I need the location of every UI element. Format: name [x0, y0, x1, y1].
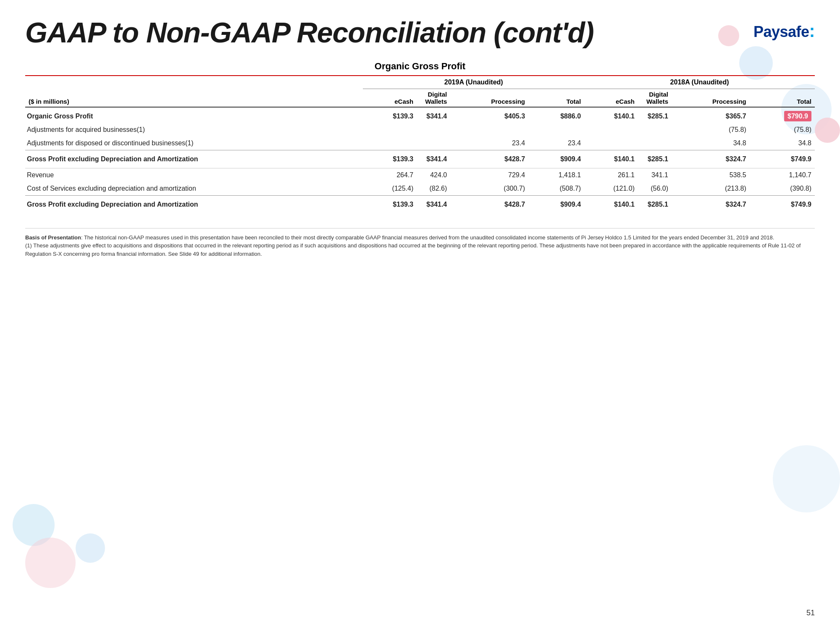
row-value: 341.1 [638, 168, 672, 182]
row-label: Adjustments for disposed or discontinued… [25, 136, 363, 150]
basis-label: Basis of Presentation [25, 234, 81, 241]
basis-text: : The historical non-GAAP measures used … [81, 234, 774, 241]
currency-header: ($ in millions) [25, 89, 363, 107]
row-value [638, 136, 672, 150]
row-value [417, 136, 450, 150]
table-section: Organic Gross Profit 2019A (Unaudited) 2… [25, 61, 815, 211]
row-value: $790.9 [750, 107, 815, 123]
row-value: $749.9 [750, 195, 815, 211]
row-value: $749.9 [750, 150, 815, 168]
row-value: $285.1 [638, 107, 672, 123]
table-row: Gross Profit excluding Depreciation and … [25, 195, 815, 211]
row-value: 424.0 [417, 168, 450, 182]
row-value: $139.3 [363, 195, 417, 211]
row-value: 34.8 [750, 136, 815, 150]
row-value: 261.1 [584, 168, 638, 182]
row-value: $324.7 [672, 150, 750, 168]
row-label: Gross Profit excluding Depreciation and … [25, 195, 363, 211]
row-value [417, 123, 450, 136]
row-value [528, 123, 584, 136]
row-label: Adjustments for acquired businesses(1) [25, 123, 363, 136]
row-value: $428.7 [450, 150, 528, 168]
row-value: $405.3 [450, 107, 528, 123]
row-value [363, 136, 417, 150]
col-digital-2018: DigitalWallets [638, 89, 672, 107]
row-value [450, 123, 528, 136]
row-value: (125.4) [363, 182, 417, 196]
row-value: $341.4 [417, 150, 450, 168]
row-value: $140.1 [584, 107, 638, 123]
row-value: (121.0) [584, 182, 638, 196]
row-value: $140.1 [584, 150, 638, 168]
col-total-2018: Total [750, 89, 815, 107]
row-value: (390.8) [750, 182, 815, 196]
row-label: Gross Profit excluding Depreciation and … [25, 150, 363, 168]
col-ecash-2019: eCash [363, 89, 417, 107]
row-label: Revenue [25, 168, 363, 182]
page-number: 51 [806, 609, 815, 617]
table-row: Adjustments for acquired businesses(1)(7… [25, 123, 815, 136]
row-value [638, 123, 672, 136]
empty-header [25, 76, 363, 89]
row-value: $324.7 [672, 195, 750, 211]
row-value: 729.4 [450, 168, 528, 182]
row-value: 1,418.1 [528, 168, 584, 182]
row-value: 23.4 [528, 136, 584, 150]
row-value: 538.5 [672, 168, 750, 182]
page-title: GAAP to Non-GAAP Reconciliation (cont'd) [25, 17, 594, 48]
row-label: Organic Gross Profit [25, 107, 363, 123]
section-title: Organic Gross Profit [25, 61, 815, 76]
col-group-header-row: 2019A (Unaudited) 2018A (Unaudited) [25, 76, 815, 89]
row-value: (75.8) [672, 123, 750, 136]
row-value: $341.4 [417, 107, 450, 123]
row-value: 1,140.7 [750, 168, 815, 182]
col-ecash-2018: eCash [584, 89, 638, 107]
reconciliation-table: 2019A (Unaudited) 2018A (Unaudited) ($ i… [25, 76, 815, 211]
row-value: $139.3 [363, 107, 417, 123]
row-value: $140.1 [584, 195, 638, 211]
table-row: Cost of Services excluding depreciation … [25, 182, 815, 196]
table-row: Organic Gross Profit$139.3$341.4$405.3$8… [25, 107, 815, 123]
row-value: 34.8 [672, 136, 750, 150]
row-value: 264.7 [363, 168, 417, 182]
header-row: GAAP to Non-GAAP Reconciliation (cont'd)… [25, 17, 815, 48]
group-header-2018: 2018A (Unaudited) [584, 76, 815, 89]
col-digital-2019: DigitalWallets [417, 89, 450, 107]
row-value: $428.7 [450, 195, 528, 211]
row-value: (300.7) [450, 182, 528, 196]
row-value: 23.4 [450, 136, 528, 150]
row-value: (82.6) [417, 182, 450, 196]
col-total-2019: Total [528, 89, 584, 107]
row-value: $285.1 [638, 195, 672, 211]
row-value: $909.4 [528, 195, 584, 211]
row-label: Cost of Services excluding depreciation … [25, 182, 363, 196]
footnote-1: (1) These adjustments give effect to acq… [25, 242, 815, 258]
col-sub-header-row: ($ in millions) eCash DigitalWallets Pro… [25, 89, 815, 107]
row-value: $139.3 [363, 150, 417, 168]
row-value: $909.4 [528, 150, 584, 168]
table-row: Adjustments for disposed or discontinued… [25, 136, 815, 150]
row-value [584, 123, 638, 136]
row-value [363, 123, 417, 136]
table-row: Gross Profit excluding Depreciation and … [25, 150, 815, 168]
col-processing-2019: Processing [450, 89, 528, 107]
logo-text: Paysafe: [753, 21, 815, 41]
row-value: $886.0 [528, 107, 584, 123]
col-processing-2018: Processing [672, 89, 750, 107]
logo-area: Paysafe: [753, 17, 815, 41]
row-value: (213.8) [672, 182, 750, 196]
table-row: Revenue264.7424.0729.41,418.1261.1341.15… [25, 168, 815, 182]
basis-of-presentation: Basis of Presentation: The historical no… [25, 234, 815, 242]
row-value: $285.1 [638, 150, 672, 168]
row-value: $341.4 [417, 195, 450, 211]
footnote-area: Basis of Presentation: The historical no… [25, 228, 815, 258]
row-value: (508.7) [528, 182, 584, 196]
row-value: (56.0) [638, 182, 672, 196]
group-header-2019: 2019A (Unaudited) [363, 76, 584, 89]
row-value [584, 136, 638, 150]
row-value: (75.8) [750, 123, 815, 136]
row-value: $365.7 [672, 107, 750, 123]
